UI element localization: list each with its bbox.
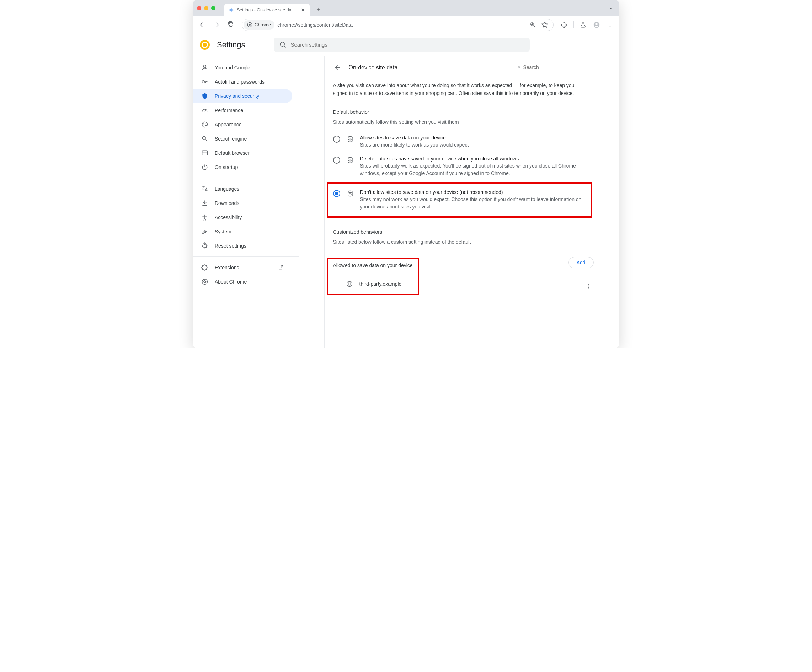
add-button[interactable]: Add [568,257,594,268]
svg-point-8 [610,26,611,27]
svg-point-5 [595,23,597,24]
window-minimize-button[interactable] [204,6,208,10]
zoom-icon[interactable] [527,19,538,31]
option-title: Delete data sites have saved to your dev… [360,156,585,161]
sidebar-item-appearance[interactable]: Appearance [193,117,292,132]
sidebar-label: You and Google [215,65,250,70]
database-off-icon [346,190,354,197]
tab-close-icon[interactable]: ✕ [300,7,306,13]
back-button[interactable] [196,19,208,31]
sidebar-item-about[interactable]: About Chrome [193,275,292,289]
sidebar-item-system[interactable]: System [193,224,292,239]
person-icon [201,64,208,71]
sidebar-separator [193,178,299,178]
url-text: chrome://settings/content/siteData [277,22,524,28]
sidebar-item-languages[interactable]: Languages [193,182,292,196]
svg-point-19 [204,281,206,283]
sidebar-item-on-startup[interactable]: On startup [193,160,292,174]
sidebar-label: Default browser [215,150,249,156]
sidebar-item-reset[interactable]: Reset settings [193,239,292,253]
radio-button[interactable] [333,157,340,164]
sidebar-label: Downloads [215,200,239,206]
default-behavior-subtitle: Sites automatically follow this setting … [333,119,585,125]
option-desc: Sites will probably work as expected. Yo… [360,162,585,177]
browser-tab[interactable]: Settings - On-device site dat… ✕ [224,3,310,16]
tabs-dropdown-icon[interactable] [607,5,614,12]
search-icon [280,41,287,48]
svg-rect-16 [202,151,208,155]
address-bar[interactable]: Chrome chrome://settings/content/siteDat… [242,19,554,31]
sidebar-item-search-engine[interactable]: Search engine [193,132,292,146]
gear-icon [228,7,234,13]
svg-point-27 [588,287,589,289]
database-icon [346,135,354,143]
page-search-field[interactable] [518,64,585,71]
wrench-icon [201,228,208,235]
key-icon [201,78,208,85]
svg-point-6 [610,22,611,24]
power-icon [201,164,208,171]
sidebar-item-you-and-google[interactable]: You and Google [193,60,292,75]
globe-icon [346,280,353,287]
labs-icon[interactable] [577,19,589,31]
database-icon [346,157,354,164]
settings-sidebar: You and Google Autofill and passwords Pr… [193,56,299,348]
option-desc: Sites may not work as you would expect. … [360,196,585,210]
default-behavior-title: Default behavior [333,109,585,115]
reload-button[interactable] [225,19,237,31]
forward-button[interactable] [210,19,223,31]
sidebar-item-accessibility[interactable]: Accessibility [193,210,292,224]
site-row-menu-icon[interactable] [584,281,594,291]
svg-point-21 [348,137,352,139]
settings-content: On-device site data A site you visit can… [324,56,594,348]
sidebar-label: System [215,229,232,234]
sidebar-item-downloads[interactable]: Downloads [193,196,292,210]
browser-toolbar: Chrome chrome://settings/content/siteDat… [193,16,619,33]
sidebar-item-default-browser[interactable]: Default browser [193,146,292,160]
external-link-icon [278,265,284,270]
allowed-site-row[interactable]: third-party.example [333,276,413,289]
sidebar-label: On startup [215,164,238,170]
svg-point-2 [249,24,251,26]
option-delete-on-close[interactable]: Delete data sites have saved to your dev… [333,152,585,181]
sidebar-item-extensions[interactable]: Extensions [193,260,292,275]
allowed-section-title: Allowed to save data on your device [333,263,413,268]
option-dont-allow[interactable]: Don't allow sites to save data on your d… [333,186,585,214]
search-settings-input[interactable] [291,42,524,48]
traffic-lights [197,6,215,10]
bookmark-icon[interactable] [539,19,550,31]
svg-point-26 [588,286,589,287]
radio-button[interactable] [333,135,340,143]
sidebar-label: Languages [215,186,239,192]
sidebar-item-performance[interactable]: Performance [193,103,292,117]
option-allow[interactable]: Allow sites to save data on your device … [333,131,585,152]
new-tab-button[interactable]: ＋ [314,4,324,14]
page-search-input[interactable] [523,64,585,70]
chrome-icon [247,22,252,27]
radio-button-checked[interactable] [333,190,340,197]
translate-icon [201,185,208,192]
sidebar-item-privacy[interactable]: Privacy and security [193,89,292,103]
page-back-button[interactable] [333,63,342,72]
extensions-icon[interactable] [558,19,570,31]
annotation-highlight: Don't allow sites to save data on your d… [327,182,592,218]
site-chip[interactable]: Chrome [244,20,275,29]
search-icon [518,64,520,70]
svg-point-22 [348,157,352,159]
svg-point-17 [204,214,205,215]
sidebar-label: Search engine [215,136,247,142]
palette-icon [201,121,208,128]
svg-point-10 [204,65,206,68]
window-zoom-button[interactable] [211,6,215,10]
sidebar-item-autofill[interactable]: Autofill and passwords [193,75,292,89]
overflow-menu-icon[interactable] [604,19,616,31]
puzzle-icon [201,264,208,271]
profile-icon[interactable] [591,19,602,31]
search-icon [201,135,208,142]
reset-icon [201,242,208,250]
svg-point-25 [588,284,589,285]
tab-title: Settings - On-device site dat… [237,7,297,12]
window-close-button[interactable] [197,6,201,10]
sidebar-label: Extensions [215,265,239,270]
search-settings-field[interactable] [274,38,530,52]
